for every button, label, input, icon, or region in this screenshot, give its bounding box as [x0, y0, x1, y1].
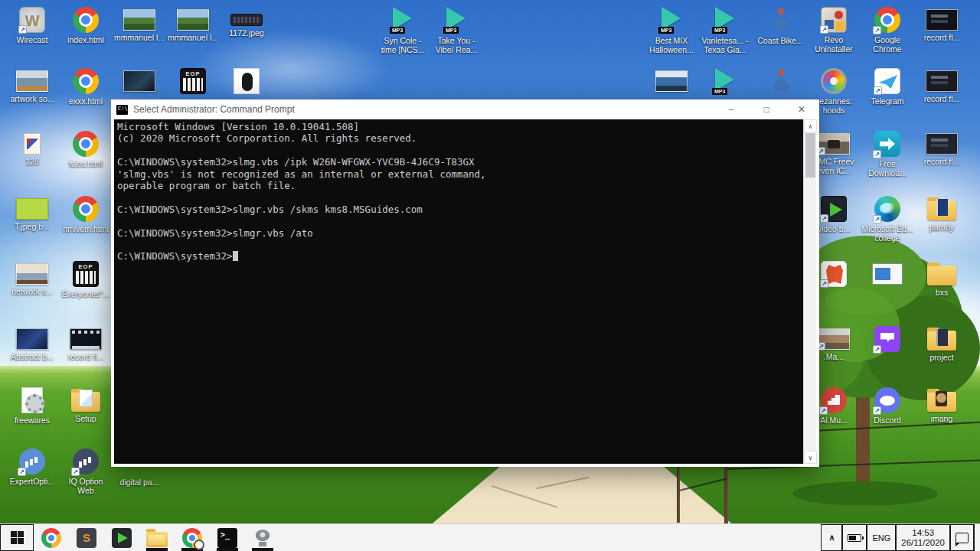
taskbar-app-camera-app[interactable] [245, 524, 280, 551]
chrome-search-icon [182, 528, 202, 548]
desktop-icon-folder-book[interactable]: parody [916, 195, 968, 232]
taskbar-app-chrome-search[interactable] [175, 524, 210, 551]
desktop-icon-chart-blue[interactable]: ↗ExpertOpti... [6, 448, 58, 486]
shortcut-arrow-icon: ↗ [820, 214, 828, 223]
desktop-icon-chrome[interactable]: exxx.html [60, 67, 112, 106]
desktop-icon-chart-navy[interactable]: ↗IQ Option Web [60, 448, 112, 495]
desktop-icon-label: T.jpeg b... [6, 222, 58, 231]
desktop-icon-page-small[interactable]: 128 [6, 130, 58, 166]
desktop-icon-film[interactable]: record fl... [60, 325, 112, 361]
shortcut-arrow-icon: ↗ [71, 468, 80, 476]
desktop-icon-gear-doc[interactable]: freewares [6, 386, 58, 425]
desktop-icon-mp3[interactable]: Vanletesa... - Texas Gia... [699, 6, 751, 54]
desktop-icon-label: Setup [60, 414, 112, 423]
desktop-icon-mp3[interactable]: Best MIX Halloween... [645, 6, 697, 54]
tray-chevron-icon[interactable]: ∧ [821, 524, 842, 551]
close-button[interactable]: ✕ [784, 99, 819, 119]
desktop-icon-person-music[interactable]: Coast Bike... [754, 6, 806, 45]
desktop-icon-folder-media[interactable]: imang [916, 386, 968, 423]
desktop-icon-mp3[interactable]: Take You - Vibe/ Rea... [430, 6, 482, 54]
desktop-icon-photo2[interactable]: mmmanuel l... [167, 6, 219, 42]
desktop-icon-photo[interactable]: mmmanuel l... [113, 6, 165, 42]
taskbar-app-file-explorer[interactable] [139, 524, 175, 551]
maximize-button[interactable]: □ [749, 99, 784, 119]
desktop-icon-label: digital pa... [113, 478, 165, 487]
desktop-icon-photo-sea2[interactable]: network s... [6, 260, 58, 296]
desktop-icon-photo-sea[interactable]: artwork so... [6, 67, 58, 103]
photo-lime-icon [16, 198, 48, 220]
desktop-icon-chrome[interactable]: index.html [60, 6, 112, 44]
photo-dark-icon [123, 70, 155, 92]
taskbar-app-video-editor[interactable] [104, 524, 139, 551]
desktop-icon-label: record fl... [916, 94, 968, 103]
desktop-icon-revo[interactable]: ↗Revo Uninstaller [808, 6, 860, 54]
desktop-icon-folder[interactable]: bxs [916, 260, 968, 297]
desktop-icon-person-music[interactable] [754, 67, 806, 97]
scroll-up-icon[interactable]: ∧ [804, 119, 817, 132]
desktop-icon-record-dark[interactable]: record fl... [916, 6, 968, 42]
shortcut-arrow-icon: ↗ [819, 406, 828, 415]
desktop-icon-setup-folder[interactable]: Setup [60, 386, 112, 423]
text-cursor [233, 251, 238, 261]
desktop-icon-mouse[interactable] [220, 67, 273, 96]
desktop-icon-keyboard[interactable]: 1172.jpeg [220, 6, 273, 37]
desktop-icon-eop[interactable] [167, 67, 219, 96]
minimize-button[interactable]: – [714, 99, 749, 119]
setup-folder-icon [71, 392, 100, 412]
scrollbar-thumb[interactable] [805, 133, 815, 178]
photo-sea-icon [16, 70, 48, 92]
desktop-icon-fdm[interactable]: ↗Free Downloa... [861, 130, 913, 178]
scroll-down-icon[interactable]: ∨ [804, 451, 817, 464]
person-music-icon [766, 6, 795, 34]
system-tray: ∧ ENG 14:53 26/11/2020 [821, 524, 980, 551]
desktop-icon-twitch[interactable]: ↗ [861, 325, 913, 354]
desktop-icon-telegram[interactable]: ↗Telegram [861, 67, 913, 106]
windows-logo-icon [11, 531, 24, 544]
taskbar-app-command-prompt[interactable] [210, 524, 245, 551]
console-output[interactable]: Microsoft Windows [Version 10.0.19041.50… [114, 119, 803, 464]
console-line: C:\WINDOWS\system32>slmgr.vbs /skms kms8… [117, 204, 800, 215]
chrome-icon: ↗ [874, 7, 900, 33]
desktop-icon-mp3[interactable]: Syn Cole - time [NCS... [377, 6, 429, 54]
desktop-icon-photo-bus[interactable] [645, 67, 697, 94]
desktop-icon-discord[interactable]: ↗Discord [861, 386, 913, 425]
language-indicator[interactable]: ENG [867, 524, 896, 551]
desktop-icon-label: Coast Bike... [754, 36, 806, 45]
desktop-icon-media-window[interactable] [861, 260, 913, 287]
console-line [117, 239, 800, 250]
desktop-icon-chrome[interactable]: fwes.html [60, 130, 112, 168]
battery-tray-item[interactable] [842, 524, 867, 551]
window-titlebar[interactable]: Select Administrator: Command Prompt – □… [111, 99, 819, 119]
desktop-icon-label: artwork so... [6, 94, 58, 103]
clock[interactable]: 14:53 26/11/2020 [896, 524, 950, 551]
desktop-icon-photo-dark[interactable] [113, 67, 165, 94]
file-explorer-icon [146, 532, 168, 547]
desktop-icon-label: 1172.jpeg [220, 28, 273, 37]
start-button[interactable] [0, 524, 34, 551]
folder-dark-icon [927, 331, 956, 350]
desktop-icon-label: IQ Option Web [60, 477, 112, 495]
notification-center-button[interactable] [950, 524, 974, 551]
command-prompt-window[interactable]: Select Administrator: Command Prompt – □… [111, 99, 819, 467]
desktop-icon-photo-lime[interactable]: T.jpeg b... [6, 195, 58, 231]
desktop-icon-record-dark2[interactable]: record fl... [916, 67, 968, 103]
show-desktop-button[interactable] [974, 524, 980, 551]
desktop-icon-eop[interactable]: Everyones*... [60, 260, 112, 298]
desktop-icon-mp3[interactable] [699, 67, 751, 97]
console-scrollbar[interactable]: ∧ ∨ [803, 119, 816, 464]
desktop-icon-photo-navy[interactable]: Abstract b... [6, 325, 58, 361]
page-small-icon [24, 133, 41, 155]
eop-icon [180, 68, 206, 94]
folder-book-icon [927, 201, 956, 220]
desktop-icon-chrome[interactable]: ↗Google Chrome [861, 6, 913, 54]
taskbar-app-chrome[interactable] [34, 524, 69, 551]
desktop-icon-edge[interactable]: ↗Microsoft Ed... college [861, 195, 913, 243]
desktop-icon-chrome[interactable]: hmlvem.html [60, 195, 112, 233]
desktop-icon-folder-dark[interactable]: project [916, 325, 968, 362]
console-line: 'slmg.vbs' is not recognized as an inter… [117, 168, 800, 180]
mp3-icon [657, 6, 686, 34]
battery-icon [848, 534, 861, 542]
taskbar-app-sublime-text[interactable] [69, 524, 104, 551]
desktop-icon-wirecast[interactable]: ↗Wirecast [6, 6, 58, 44]
desktop-icon-record-dark3[interactable]: record fl... [916, 130, 968, 166]
